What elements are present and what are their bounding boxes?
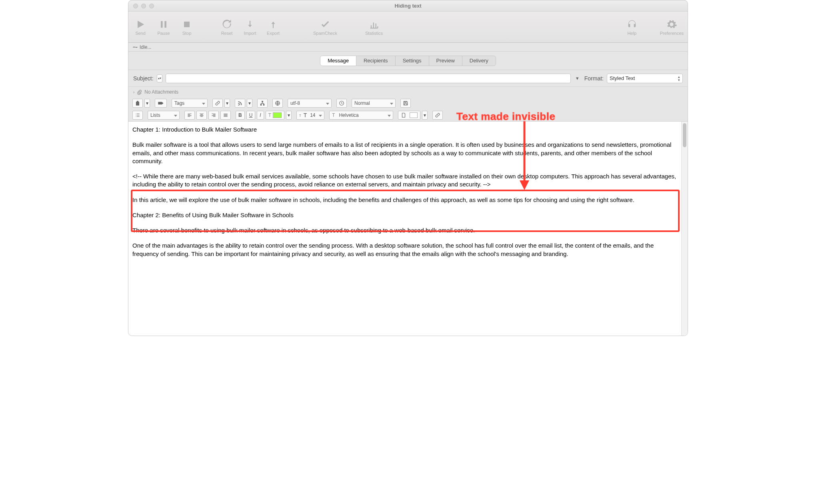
- help-button[interactable]: Help: [624, 19, 640, 36]
- pause-label: Pause: [157, 31, 170, 36]
- tab-message[interactable]: Message: [320, 56, 356, 66]
- main-toolbar: Send Pause Stop Reset Import E: [128, 12, 688, 43]
- link-menu[interactable]: ▾: [224, 99, 230, 108]
- spamcheck-label: SpamCheck: [313, 31, 337, 36]
- scrollbar-thumb[interactable]: [683, 123, 686, 147]
- align-right-button[interactable]: [208, 111, 219, 120]
- rss-button[interactable]: [235, 99, 245, 108]
- sitemap-button[interactable]: [257, 99, 268, 108]
- encoding-dropdown[interactable]: utf-8: [288, 99, 332, 108]
- bold-button[interactable]: B: [236, 111, 245, 120]
- vertical-scrollbar[interactable]: [681, 122, 688, 336]
- font-size-dropdown[interactable]: т T 14: [296, 111, 324, 120]
- doc-paragraph: One of the main advantages is the abilit…: [132, 242, 677, 258]
- attachments-row[interactable]: › No Attachments: [128, 87, 688, 97]
- lists-label: Lists: [150, 112, 160, 118]
- align-left-icon: [187, 112, 192, 118]
- font-family-dropdown[interactable]: T Helvetica: [329, 111, 393, 120]
- underline-button[interactable]: U: [246, 111, 256, 120]
- message-body[interactable]: Chapter 1: Introduction to Bulk Mailer S…: [128, 122, 681, 336]
- priority-dropdown[interactable]: Normal: [352, 99, 396, 108]
- statistics-button[interactable]: Statistics: [365, 19, 383, 36]
- stop-button[interactable]: Stop: [179, 19, 195, 36]
- insert-link-button[interactable]: [432, 111, 443, 120]
- tab-settings[interactable]: Settings: [396, 56, 429, 66]
- gear-icon: [666, 19, 677, 30]
- arrow-down-icon: [244, 19, 256, 30]
- titlebar: Hiding text: [128, 0, 688, 12]
- refresh-icon: [221, 19, 232, 30]
- attachments-label: No Attachments: [144, 89, 178, 95]
- export-button[interactable]: Export: [265, 19, 281, 36]
- text-color-menu[interactable]: ▾: [286, 111, 292, 120]
- format-label: Format:: [584, 75, 604, 82]
- stop-icon: [181, 19, 192, 30]
- clock-icon: [339, 100, 344, 106]
- pause-icon: [158, 19, 169, 30]
- link-icon: [215, 100, 220, 106]
- document-icon: [401, 112, 406, 118]
- subject-history-stepper[interactable]: ▴▾: [157, 74, 162, 82]
- align-left-button[interactable]: [184, 111, 195, 120]
- tag-button[interactable]: [155, 99, 167, 108]
- clipboard-button[interactable]: [132, 99, 143, 108]
- arrow-up-icon: [268, 19, 279, 30]
- fontfamily-value: Helvetica: [339, 112, 358, 118]
- tab-delivery[interactable]: Delivery: [462, 56, 496, 66]
- align-justify-icon: [223, 112, 228, 118]
- fontsize-glyph2: T: [304, 112, 307, 118]
- tab-recipients[interactable]: Recipients: [356, 56, 396, 66]
- statistics-label: Statistics: [365, 31, 383, 36]
- reset-button[interactable]: Reset: [219, 19, 235, 36]
- globe-icon: [275, 100, 280, 106]
- clipboard-menu[interactable]: ▾: [144, 99, 150, 108]
- subject-input[interactable]: [166, 74, 571, 83]
- doc-paragraph: Chapter 2: Benefits of Using Bulk Mailer…: [132, 211, 677, 219]
- rss-menu[interactable]: ▾: [247, 99, 252, 108]
- subject-label: Subject:: [133, 75, 154, 82]
- export-label: Export: [267, 31, 280, 36]
- preferences-button[interactable]: Preferences: [660, 19, 684, 36]
- tabs-row: Message Recipients Settings Preview Deli…: [128, 52, 688, 70]
- format-select[interactable]: Styled Text ▴▾: [607, 74, 683, 83]
- text-color-button[interactable]: T: [266, 111, 284, 120]
- document-color-button[interactable]: [398, 111, 420, 120]
- schedule-button[interactable]: [336, 99, 347, 108]
- chart-icon: [368, 19, 380, 30]
- save-draft-button[interactable]: [400, 99, 411, 108]
- import-button[interactable]: Import: [242, 19, 258, 36]
- send-button[interactable]: Send: [132, 19, 148, 36]
- align-center-button[interactable]: [196, 111, 207, 120]
- document-color-menu[interactable]: ▾: [422, 111, 428, 120]
- app-window: Hiding text Send Pause Stop Reset: [128, 0, 688, 336]
- stop-label: Stop: [182, 31, 192, 36]
- reset-label: Reset: [221, 31, 233, 36]
- align-right-icon: [211, 112, 216, 118]
- editor-area: Chapter 1: Introduction to Bulk Mailer S…: [128, 122, 688, 336]
- tags-dropdown[interactable]: Tags: [172, 99, 208, 108]
- paperclip-icon: [137, 90, 142, 95]
- subject-dropdown[interactable]: ▾: [574, 75, 581, 81]
- link-button[interactable]: [212, 99, 223, 108]
- preferences-label: Preferences: [660, 31, 684, 36]
- bullet-list-button[interactable]: [132, 111, 143, 120]
- globe-button[interactable]: [272, 99, 283, 108]
- headset-icon: [626, 19, 638, 30]
- import-label: Import: [244, 31, 256, 36]
- tab-preview[interactable]: Preview: [429, 56, 462, 66]
- priority-value: Normal: [354, 100, 370, 106]
- play-icon: [135, 19, 146, 30]
- fontfamily-glyph: T: [332, 112, 335, 118]
- align-justify-button[interactable]: [220, 111, 231, 120]
- italic-button[interactable]: I: [257, 111, 264, 120]
- doc-paragraph: Bulk mailer software is a tool that allo…: [132, 141, 677, 165]
- pause-button[interactable]: Pause: [156, 19, 172, 36]
- spamcheck-button[interactable]: SpamCheck: [313, 19, 337, 36]
- lists-dropdown[interactable]: Lists: [148, 111, 180, 120]
- window-title: Hiding text: [128, 3, 688, 9]
- color-swatch: [273, 112, 282, 118]
- connection-icon: [132, 44, 138, 50]
- format-value: Styled Text: [610, 75, 635, 81]
- tags-label: Tags: [174, 100, 184, 106]
- doc-paragraph: <!-- While there are many web-based bulk…: [132, 172, 677, 189]
